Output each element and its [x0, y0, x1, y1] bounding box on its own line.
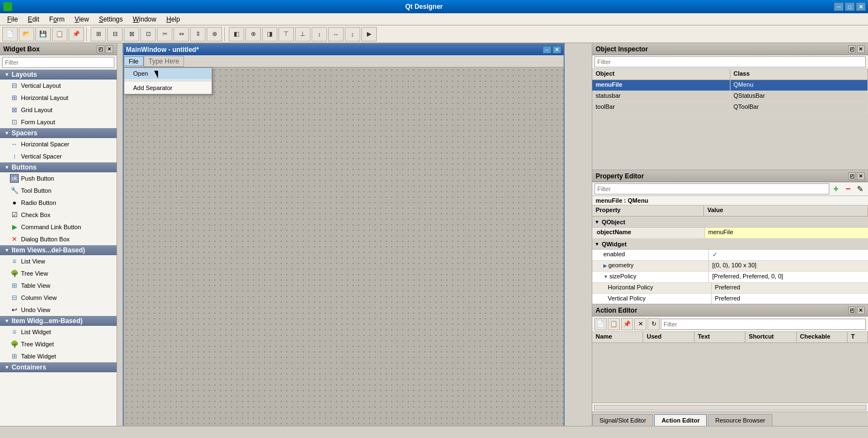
- toolbar-paste[interactable]: 📌: [69, 27, 84, 41]
- toolbar-save[interactable]: 💾: [35, 27, 51, 41]
- prop-configure-btn[interactable]: ✎: [855, 183, 866, 194]
- toolbar-size-same-w[interactable]: ↔: [328, 27, 344, 41]
- toolbar-open[interactable]: 📂: [19, 27, 34, 41]
- toolbar-layout-v[interactable]: ⊞: [91, 27, 106, 41]
- menu-form[interactable]: Form: [44, 14, 70, 25]
- widget-table-view[interactable]: ⊞ Table View: [0, 279, 117, 292]
- widget-tool-button[interactable]: 🔧 Tool Button: [0, 184, 117, 197]
- tab-signal-slot-editor[interactable]: Signal/Slot Editor: [592, 414, 653, 426]
- toolbar-adjust2[interactable]: ⇕: [190, 27, 206, 41]
- section-containers[interactable]: ▼ Containers: [0, 362, 117, 372]
- toolbar-layout-h[interactable]: ⊟: [107, 27, 123, 41]
- prop-value-hpolicy[interactable]: Preferred: [712, 283, 868, 293]
- minimize-button[interactable]: ─: [834, 2, 844, 11]
- inspector-row-statusbar[interactable]: statusbar QStatusBar: [592, 91, 868, 102]
- section-item-views[interactable]: ▼ Item Views...del-Based): [0, 245, 117, 255]
- tab-action-editor[interactable]: Action Editor: [654, 414, 707, 426]
- menu-view[interactable]: View: [70, 14, 94, 25]
- design-menu-file[interactable]: File: [124, 56, 144, 66]
- property-editor-close-btn[interactable]: ✕: [857, 172, 865, 180]
- toolbar-align-top[interactable]: ⊤: [278, 27, 294, 41]
- dropdown-item-add-separator[interactable]: Add Separator: [124, 82, 212, 94]
- inspector-row-menufile[interactable]: menuFile QMenu: [592, 80, 868, 91]
- tab-resource-browser[interactable]: Resource Browser: [708, 414, 772, 426]
- inspector-row-toolbar[interactable]: toolBar QToolBar: [592, 102, 868, 113]
- toolbar-align-bottom[interactable]: ↕: [312, 27, 327, 41]
- toolbar-break[interactable]: ✂: [157, 27, 172, 41]
- toolbar-layout-grid[interactable]: ⊠: [124, 27, 139, 41]
- menu-settings[interactable]: Settings: [94, 14, 128, 25]
- prop-value-geometry[interactable]: [(0, 0), 100 x 30]: [709, 261, 868, 271]
- action-scroll-bar[interactable]: [592, 403, 868, 411]
- toolbar-align-center[interactable]: ⊕: [245, 27, 261, 41]
- close-button[interactable]: ✕: [856, 2, 866, 11]
- section-layouts[interactable]: ▼ Layouts: [0, 70, 117, 80]
- widget-grid-layout[interactable]: ⊠ Grid Layout: [0, 104, 117, 116]
- prop-value-vpolicy[interactable]: Preferred: [712, 294, 868, 304]
- toolbar-copy[interactable]: 📋: [52, 27, 67, 41]
- property-editor-float-btn[interactable]: ◰: [848, 172, 856, 180]
- toolbar-align-left[interactable]: ◧: [229, 27, 244, 41]
- action-editor-close-btn[interactable]: ✕: [857, 307, 865, 314]
- action-filter-input[interactable]: [661, 319, 866, 330]
- menu-help[interactable]: Help: [161, 14, 185, 25]
- toolbar-simplify[interactable]: ⊗: [207, 27, 222, 41]
- widget-push-button[interactable]: ok Push Button: [0, 172, 117, 184]
- toolbar-adjust[interactable]: ⇔: [173, 27, 189, 41]
- action-delete-btn[interactable]: ✕: [634, 318, 646, 330]
- action-new-btn[interactable]: 📄: [595, 318, 607, 330]
- action-refresh-btn[interactable]: ↻: [648, 318, 660, 330]
- widget-radio-button[interactable]: ● Radio Button: [0, 197, 117, 209]
- action-copy-btn[interactable]: 📋: [608, 318, 620, 330]
- widget-tree-widget[interactable]: 🌳 Tree Widget: [0, 338, 117, 350]
- widget-horizontal-spacer[interactable]: ↔ Horizontal Spacer: [0, 138, 117, 150]
- toolbar-align-middle[interactable]: ⊥: [295, 27, 311, 41]
- widget-column-view[interactable]: ⊟ Column View: [0, 292, 117, 304]
- widget-list-view[interactable]: ≡ List View: [0, 255, 117, 267]
- toolbar-preview[interactable]: ▶: [361, 27, 377, 41]
- prop-section-qobject[interactable]: ▼ QObject: [592, 217, 868, 228]
- object-inspector-float-btn[interactable]: ◰: [848, 45, 856, 53]
- menu-file[interactable]: File: [2, 14, 23, 25]
- menu-edit[interactable]: Edit: [23, 14, 44, 25]
- prop-remove-btn[interactable]: −: [843, 183, 854, 194]
- section-item-widgets[interactable]: ▼ Item Widg...em-Based): [0, 316, 117, 326]
- widget-check-box[interactable]: ☑ Check Box: [0, 209, 117, 221]
- object-inspector-close-btn[interactable]: ✕: [857, 45, 865, 53]
- widget-undo-view[interactable]: ↩ Undo View: [0, 304, 117, 316]
- section-buttons[interactable]: ▼ Buttons: [0, 162, 117, 172]
- toolbar-new[interactable]: 📄: [2, 27, 18, 41]
- design-menu-type-here[interactable]: Type Here: [144, 56, 184, 67]
- prop-section-qwidget[interactable]: ▼ QWidget: [592, 239, 868, 250]
- widget-box-filter-input[interactable]: [2, 57, 114, 68]
- widget-tree-view[interactable]: 🌳 Tree View: [0, 267, 117, 279]
- prop-value-sizepolicy[interactable]: [Preferred, Preferred, 0, 0]: [709, 272, 868, 282]
- toolbar-layout-form[interactable]: ⊡: [140, 27, 156, 41]
- prop-value-objectname[interactable]: menuFile: [705, 228, 868, 238]
- inspector-filter-input[interactable]: [595, 56, 866, 67]
- menu-window[interactable]: Window: [128, 14, 161, 25]
- design-area[interactable]: [124, 67, 564, 426]
- prop-add-btn[interactable]: +: [830, 183, 841, 194]
- prop-value-enabled[interactable]: ✓: [709, 250, 868, 260]
- maximize-button[interactable]: □: [845, 2, 855, 11]
- toolbar-align-right[interactable]: ◨: [262, 27, 277, 41]
- widget-vertical-spacer[interactable]: ↕ Vertical Spacer: [0, 150, 117, 162]
- widget-form-layout[interactable]: ⊡ Form Layout: [0, 116, 117, 128]
- dropdown-item-open[interactable]: Open: [124, 68, 212, 80]
- prop-filter-input[interactable]: [595, 183, 829, 194]
- section-spacers[interactable]: ▼ Spacers: [0, 128, 117, 138]
- widget-horizontal-layout[interactable]: ⊞ Horizontal Layout: [0, 92, 117, 104]
- widget-box-float-btn[interactable]: ◰: [97, 45, 104, 53]
- child-close-btn[interactable]: ✕: [553, 46, 561, 54]
- widget-command-link-button[interactable]: ▶ Command Link Button: [0, 221, 117, 233]
- widget-vertical-layout[interactable]: ⊟ Vertical Layout: [0, 80, 117, 92]
- widget-list-widget[interactable]: ≡ List Widget: [0, 326, 117, 338]
- widget-box-close-btn[interactable]: ✕: [106, 45, 113, 53]
- action-editor-float-btn[interactable]: ◰: [848, 307, 856, 314]
- widget-dialog-button-box[interactable]: ✕ Dialog Button Box: [0, 233, 117, 245]
- widget-box-scroll[interactable]: ▼ Layouts ⊟ Vertical Layout ⊞ Horizontal…: [0, 70, 117, 426]
- widget-table-widget[interactable]: ⊞ Table Widget: [0, 350, 117, 362]
- child-minimize-btn[interactable]: ─: [543, 46, 551, 54]
- toolbar-size-same-h[interactable]: ↕: [345, 27, 360, 41]
